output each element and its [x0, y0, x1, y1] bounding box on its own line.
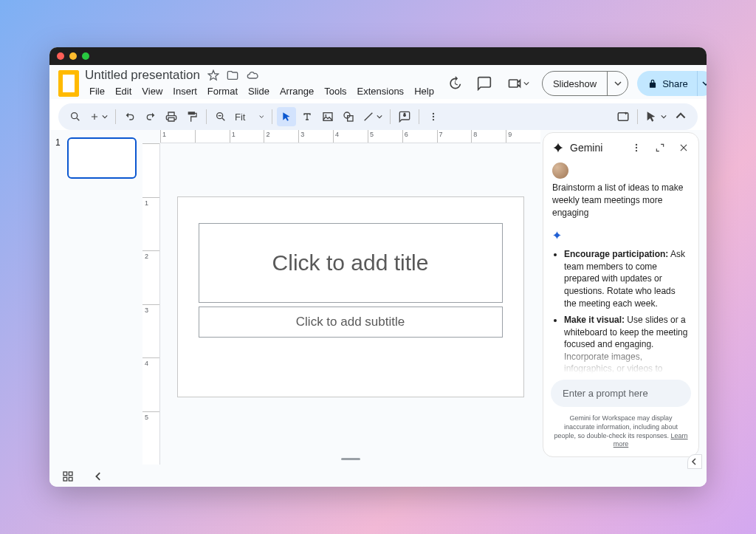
share-dropdown[interactable]: [697, 71, 707, 96]
horizontal-ruler: 1123456789: [160, 130, 540, 143]
menu-tools[interactable]: Tools: [320, 83, 351, 99]
toolbar: Fit: [58, 103, 698, 130]
gemini-user-prompt: Brainstorm a list of ideas to make weekl…: [552, 182, 690, 219]
lock-icon: [647, 78, 658, 89]
menu-view[interactable]: View: [137, 83, 167, 99]
gemini-expand-button[interactable]: [651, 139, 669, 157]
gemini-panel-title: Gemini: [570, 142, 602, 154]
zoom-out-button[interactable]: [211, 107, 230, 126]
search-menus-button[interactable]: [66, 107, 85, 126]
window-titlebar: [49, 47, 707, 65]
more-tools-button[interactable]: [424, 107, 443, 126]
app-header: Untitled presentation File Edit View Ins…: [49, 65, 707, 99]
insert-image-button[interactable]: [318, 107, 337, 126]
canvas-area: 1123456789 12345 Click to add title Clic…: [142, 130, 540, 465]
gemini-disclaimer: Gemini for Workspace may display inaccur…: [543, 410, 698, 456]
svg-point-6: [433, 113, 434, 114]
svg-rect-9: [618, 113, 628, 121]
app-window: Untitled presentation File Edit View Ins…: [49, 47, 707, 487]
hide-menus-button[interactable]: [671, 107, 690, 126]
svg-rect-14: [69, 472, 72, 476]
menu-bar: File Edit View Insert Format Slide Arran…: [85, 83, 439, 99]
insert-line-button[interactable]: [360, 107, 385, 126]
svg-rect-13: [63, 472, 67, 476]
share-button-group: Share: [637, 71, 707, 96]
user-avatar-small: [552, 162, 568, 179]
zoom-select[interactable]: Fit: [232, 107, 267, 126]
svg-rect-5: [348, 116, 353, 121]
history-icon[interactable]: [444, 73, 465, 94]
menu-file[interactable]: File: [85, 83, 109, 99]
slideshow-button[interactable]: Slideshow: [543, 72, 607, 95]
menu-arrange[interactable]: Arrange: [275, 83, 318, 99]
insert-comment-button[interactable]: [395, 107, 414, 126]
undo-button[interactable]: [120, 107, 140, 126]
slide-thumbnail-panel: 1: [49, 130, 142, 465]
share-label: Share: [662, 78, 688, 89]
slide-thumbnail[interactable]: [67, 137, 137, 179]
comments-icon[interactable]: [474, 73, 495, 94]
menu-edit[interactable]: Edit: [111, 83, 136, 99]
title-placeholder[interactable]: Click to add title: [199, 223, 503, 303]
gemini-response-item: Encourage participation: Ask team member…: [564, 248, 690, 309]
paint-format-button[interactable]: [182, 107, 202, 126]
window-close-dot[interactable]: [57, 52, 64, 60]
work-area: 1 1123456789 12345 Click to add title Cl…: [49, 130, 707, 465]
gemini-prompt-input[interactable]: Enter a prompt here: [551, 380, 691, 407]
share-button[interactable]: Share: [637, 71, 697, 96]
filmstrip-toggle[interactable]: [89, 467, 109, 486]
zoom-value: Fit: [235, 112, 245, 123]
gemini-spark-icon: [552, 142, 564, 154]
bottom-bar: [49, 465, 707, 487]
svg-point-10: [636, 144, 637, 146]
vertical-ruler: 12345: [142, 143, 160, 465]
side-panel-toggle[interactable]: [687, 454, 702, 469]
svg-point-0: [72, 113, 78, 119]
svg-point-7: [433, 116, 434, 117]
star-icon[interactable]: [207, 69, 219, 81]
menu-insert[interactable]: Insert: [168, 83, 202, 99]
menu-extensions[interactable]: Extensions: [353, 83, 409, 99]
svg-rect-15: [63, 477, 67, 481]
cloud-status-icon[interactable]: [246, 69, 259, 81]
gemini-response-spark-icon: [552, 230, 690, 242]
document-title[interactable]: Untitled presentation: [85, 68, 200, 83]
svg-point-11: [636, 147, 637, 148]
svg-point-8: [433, 119, 434, 120]
explore-button[interactable]: [58, 467, 78, 486]
gemini-more-button[interactable]: [628, 139, 645, 157]
move-folder-icon[interactable]: [227, 69, 238, 81]
new-slide-button[interactable]: [86, 107, 111, 126]
menu-slide[interactable]: Slide: [244, 83, 274, 99]
gemini-side-panel: Gemini Brainstorm a list of ideas to mak…: [543, 132, 699, 457]
window-minimize-dot[interactable]: [69, 52, 77, 60]
mask-tool-button[interactable]: [642, 107, 670, 126]
window-zoom-dot[interactable]: [82, 52, 89, 60]
svg-point-3: [325, 114, 326, 116]
slide-canvas[interactable]: Click to add title Click to add subtitle: [177, 196, 524, 397]
gemini-close-button[interactable]: [675, 139, 693, 157]
thumbnail-number: 1: [55, 137, 63, 179]
svg-point-12: [636, 150, 637, 151]
meet-icon[interactable]: [504, 73, 533, 94]
print-button[interactable]: [162, 107, 181, 126]
select-tool-button[interactable]: [277, 107, 296, 126]
text-box-button[interactable]: [298, 107, 317, 126]
menu-help[interactable]: Help: [410, 83, 439, 99]
svg-rect-16: [69, 477, 72, 481]
redo-button[interactable]: [141, 107, 160, 126]
slideshow-dropdown[interactable]: [607, 72, 628, 95]
slideshow-button-group: Slideshow: [542, 71, 628, 96]
insert-shape-button[interactable]: [339, 107, 358, 126]
create-image-gemini-button[interactable]: [614, 107, 633, 126]
menu-format[interactable]: Format: [203, 83, 242, 99]
slides-app-icon[interactable]: [58, 70, 79, 97]
speaker-notes-handle[interactable]: [341, 458, 360, 460]
subtitle-placeholder[interactable]: Click to add subtitle: [199, 307, 503, 338]
